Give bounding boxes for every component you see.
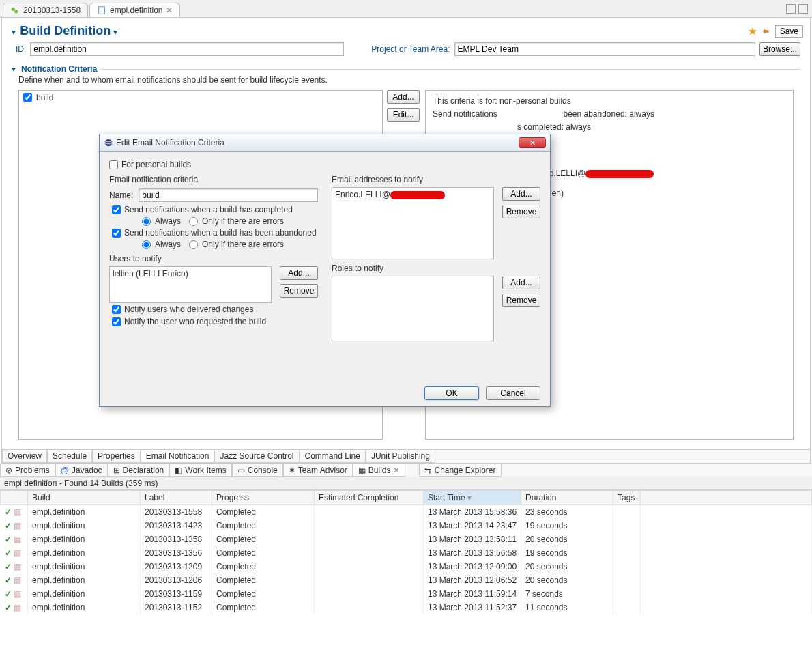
editor-sub-tabs: Overview Schedule Properties Email Notif… bbox=[2, 449, 810, 463]
action-icon-1[interactable] bbox=[748, 27, 757, 36]
tab-build-1558[interactable]: 20130313-1558 bbox=[3, 3, 88, 17]
users-add-button[interactable]: Add... bbox=[280, 266, 318, 280]
col-progress[interactable]: Progress bbox=[212, 491, 315, 505]
users-remove-button[interactable]: Remove bbox=[280, 284, 318, 298]
tab-junit[interactable]: JUnit Publishing bbox=[366, 450, 435, 463]
check-icon: ✓ bbox=[5, 521, 12, 530]
tab-overview[interactable]: Overview bbox=[2, 450, 47, 463]
tab-jazz-source[interactable]: Jazz Source Control bbox=[214, 450, 299, 463]
criteria-item-label: build bbox=[36, 93, 53, 102]
abandoned-errors-radio[interactable] bbox=[189, 240, 198, 249]
build-icon: ▦ bbox=[14, 548, 21, 558]
col-start[interactable]: Start Time ▾ bbox=[424, 491, 521, 505]
add-button[interactable]: Add... bbox=[387, 90, 420, 104]
build-icon: ▦ bbox=[14, 534, 21, 544]
email-item[interactable]: Enrico.LELLI@ bbox=[335, 190, 491, 199]
roles-list[interactable] bbox=[332, 276, 494, 341]
abandoned-label: Send notifications when a build has been… bbox=[124, 228, 317, 238]
table-row[interactable]: ✓ ▦empl.definition20130313-1558Completed… bbox=[1, 505, 812, 519]
edit-criteria-dialog: Edit Email Notification Criteria ✕ For p… bbox=[99, 134, 551, 407]
id-label: ID: bbox=[16, 44, 26, 54]
svg-point-4 bbox=[105, 139, 113, 147]
cancel-button[interactable]: Cancel bbox=[486, 386, 540, 400]
emails-add-button[interactable]: Add... bbox=[502, 187, 540, 201]
personal-builds-checkbox[interactable] bbox=[109, 160, 118, 169]
ok-button[interactable]: OK bbox=[424, 386, 479, 400]
check-icon: ✓ bbox=[5, 589, 12, 599]
twistie-icon[interactable]: ▾ bbox=[12, 64, 16, 74]
col-build[interactable]: Build bbox=[28, 491, 141, 505]
builds-icon: ▦ bbox=[358, 466, 366, 475]
view-tabs: ⊘Problems @Javadoc ⊞Declaration ◧Work It… bbox=[0, 464, 812, 477]
tab-empl-definition[interactable]: empl.definition ✕ bbox=[89, 3, 180, 17]
twistie-icon[interactable]: ▾ bbox=[12, 27, 16, 37]
close-button[interactable]: ✕ bbox=[519, 137, 546, 148]
table-row[interactable]: ✓ ▦empl.definition20130313-1209Completed… bbox=[1, 560, 812, 573]
svg-point-1 bbox=[14, 10, 18, 13]
edit-button[interactable]: Edit... bbox=[387, 108, 420, 122]
col-est[interactable]: Estimated Completion bbox=[315, 491, 424, 505]
minimize-icon[interactable] bbox=[786, 4, 796, 14]
abandoned-checkbox[interactable] bbox=[112, 229, 121, 238]
criteria-item-check[interactable] bbox=[23, 93, 32, 102]
table-row[interactable]: ✓ ▦empl.definition20130313-1152Completed… bbox=[1, 601, 812, 614]
tab-properties[interactable]: Properties bbox=[92, 450, 141, 463]
project-field[interactable] bbox=[454, 42, 755, 56]
emails-list[interactable]: Enrico.LELLI@ bbox=[332, 187, 494, 259]
check-icon: ✓ bbox=[5, 603, 12, 612]
tab-command-line[interactable]: Command Line bbox=[300, 450, 366, 463]
table-row[interactable]: ✓ ▦empl.definition20130313-1358Completed… bbox=[1, 532, 812, 546]
tab-console[interactable]: ▭Console bbox=[232, 464, 283, 477]
tab-change-explorer[interactable]: ⇆Change Explorer bbox=[419, 464, 501, 477]
completed-checkbox[interactable] bbox=[112, 205, 121, 214]
emails-remove-button[interactable]: Remove bbox=[502, 205, 540, 218]
notify-requester-checkbox[interactable] bbox=[112, 317, 121, 326]
tab-schedule[interactable]: Schedule bbox=[47, 450, 92, 463]
id-field[interactable] bbox=[30, 42, 344, 56]
users-list[interactable]: lellien (LELLI Enrico) bbox=[109, 266, 272, 303]
action-icon-2[interactable] bbox=[762, 27, 771, 36]
save-button[interactable]: Save bbox=[775, 25, 803, 38]
browse-button[interactable]: Browse... bbox=[759, 42, 800, 56]
col-tags[interactable]: Tags bbox=[613, 491, 641, 505]
tab-declaration[interactable]: ⊞Declaration bbox=[108, 464, 170, 477]
table-row[interactable]: ✓ ▦empl.definition20130313-1423Completed… bbox=[1, 519, 812, 532]
completed-errors-radio[interactable] bbox=[189, 217, 198, 226]
tab-javadoc[interactable]: @Javadoc bbox=[55, 464, 108, 477]
build-icon: ▦ bbox=[14, 507, 21, 517]
completed-always-radio[interactable] bbox=[142, 217, 151, 226]
tab-team-advisor[interactable]: ✶Team Advisor bbox=[283, 464, 353, 477]
tab-email-notification[interactable]: Email Notification bbox=[141, 450, 215, 463]
change-explorer-icon: ⇆ bbox=[424, 466, 431, 475]
table-row[interactable]: ✓ ▦empl.definition20130313-1356Completed… bbox=[1, 546, 812, 560]
col-duration[interactable]: Duration bbox=[521, 491, 613, 505]
col-label[interactable]: Label bbox=[141, 491, 212, 505]
check-icon: ✓ bbox=[5, 575, 12, 585]
build-icon: ▦ bbox=[14, 521, 21, 530]
user-item[interactable]: lellien (LELLI Enrico) bbox=[113, 269, 268, 279]
tab-work-items[interactable]: ◧Work Items bbox=[169, 464, 231, 477]
users-group-label: Users to notify bbox=[109, 254, 318, 263]
notify-delivered-checkbox[interactable] bbox=[112, 305, 121, 314]
maximize-icon[interactable] bbox=[798, 4, 808, 14]
abandoned-always-radio[interactable] bbox=[142, 240, 151, 249]
svg-marker-3 bbox=[749, 27, 757, 34]
team-advisor-icon: ✶ bbox=[289, 466, 295, 475]
editor-tabs: 20130313-1558 empl.definition ✕ bbox=[0, 0, 812, 18]
name-field[interactable] bbox=[139, 188, 318, 202]
builds-status: empl.definition - Found 14 Builds (359 m… bbox=[0, 477, 812, 490]
roles-add-button[interactable]: Add... bbox=[502, 276, 540, 289]
check-icon: ✓ bbox=[5, 548, 12, 558]
check-icon: ✓ bbox=[5, 534, 12, 544]
table-row[interactable]: ✓ ▦empl.definition20130313-1206Completed… bbox=[1, 573, 812, 587]
tab-builds[interactable]: ▦Builds✕ bbox=[353, 464, 406, 477]
close-icon[interactable]: ✕ bbox=[166, 5, 173, 15]
chevron-down-icon[interactable]: ▾ bbox=[113, 27, 117, 37]
close-icon[interactable]: ✕ bbox=[393, 466, 400, 475]
tab-problems[interactable]: ⊘Problems bbox=[0, 464, 55, 477]
console-icon: ▭ bbox=[237, 466, 245, 475]
project-label: Project or Team Area: bbox=[371, 44, 450, 54]
dialog-title: Edit Email Notification Criteria bbox=[116, 138, 224, 147]
roles-remove-button[interactable]: Remove bbox=[502, 294, 540, 307]
table-row[interactable]: ✓ ▦empl.definition20130313-1159Completed… bbox=[1, 587, 812, 601]
